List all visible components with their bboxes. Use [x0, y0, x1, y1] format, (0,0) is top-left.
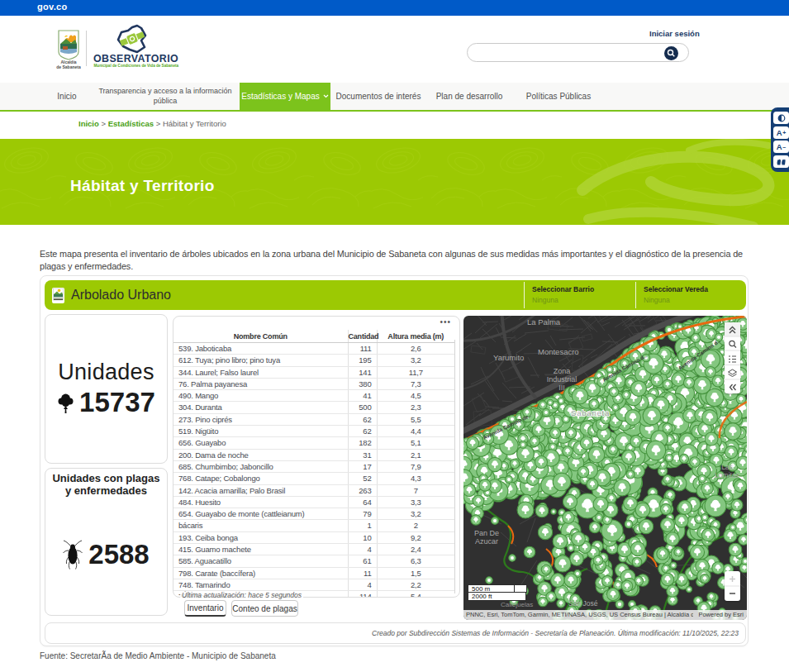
- svg-text:La Palma: La Palma: [527, 317, 561, 326]
- svg-text:de Sabaneta: de Sabaneta: [56, 64, 81, 69]
- svg-text:Zona: Zona: [554, 367, 571, 375]
- svg-text:Industrial: Industrial: [547, 375, 577, 384]
- svg-text:Montesacro: Montesacro: [538, 347, 579, 356]
- svg-text:Pan De: Pan De: [474, 529, 499, 537]
- svg-text:Municipal de Condiciones de Vi: Municipal de Condiciones de Vida de Saba…: [94, 64, 179, 68]
- svg-text:OBSERVATORIO: OBSERVATORIO: [93, 53, 178, 64]
- svg-text:Azucar: Azucar: [475, 537, 498, 546]
- svg-text:Sabaneta: Sabaneta: [571, 408, 610, 417]
- svg-text:Callejuelas: Callejuelas: [501, 601, 533, 608]
- svg-text:Yarumito: Yarumito: [493, 353, 524, 362]
- svg-text:III: III: [558, 384, 565, 392]
- svg-text:Las: Las: [721, 463, 733, 471]
- svg-text:San José: San José: [568, 599, 598, 608]
- svg-text:Lomitas: Lomitas: [715, 471, 739, 479]
